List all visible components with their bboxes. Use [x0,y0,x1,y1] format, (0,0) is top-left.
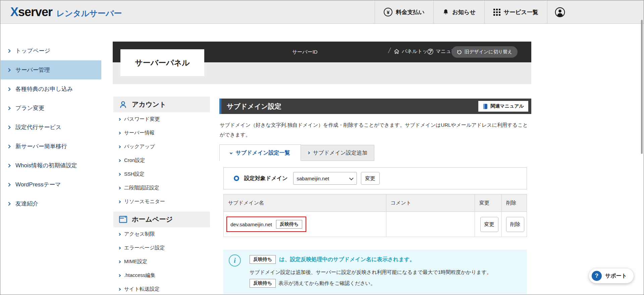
chevron-right-icon [118,131,121,134]
chevron-right-icon [118,274,121,277]
table-header-row: サブドメイン名 コメント 変更 削除 [224,194,527,212]
panel-item-htaccess[interactable]: .htaccess編集 [113,269,210,282]
info-notice-box: i 反映待ち は、設定反映処理中のサブドメイン名に表示されます。 サブドメイン設… [223,250,527,294]
browser-icon [119,216,127,224]
chevron-right-icon [307,152,310,154]
chevron-right-icon [118,200,121,203]
top-nav: ¥ 料金支払い お知らせ サービス一覧 [375,0,573,24]
book-icon [483,104,488,109]
chevron-right-icon [118,145,121,148]
server-panel-logo: サーバーパネル [120,49,204,76]
domain-change-button[interactable]: 変更 [361,172,380,185]
pending-status-badge: 反映待ち [276,220,302,229]
related-manual-button[interactable]: 関連マニュアル [478,101,528,112]
account-menu-button[interactable] [547,0,573,24]
panel-item-mime[interactable]: MIME設定 [113,255,210,269]
panel-item-cron[interactable]: Cron設定 [113,154,210,167]
sidebar-item-plan-change[interactable]: プラン変更 [1,99,101,118]
chevron-right-icon [7,125,10,129]
sidebar-item-benefits[interactable]: 各種特典のお申し込み [1,79,101,99]
chevron-right-icon [7,164,10,167]
support-button[interactable]: ? サポート [589,269,634,283]
question-circle-icon: ? [592,271,602,281]
news-menu-item[interactable]: お知らせ [433,0,484,24]
panel-item-server-info[interactable]: サーバー情報 [113,126,210,140]
panel-sidebar: アカウント パスワード変更 サーバー情報 バックアップ Cron設定 [113,97,210,295]
panel-item-label: .htaccess編集 [124,272,155,279]
switch-old-design-button[interactable]: 旧デザインに切り替え [451,46,518,58]
breadcrumb-separator: / [387,46,391,55]
bell-icon [442,8,449,16]
sidebar-item-top-page[interactable]: トップページ [1,41,101,60]
payment-label: 料金支払い [396,8,424,16]
logo-server: server [18,5,52,19]
server-panel-page: Xserver レンタルサーバー ¥ 料金支払い お知らせ [0,0,644,295]
related-manual-label: 関連マニュアル [490,103,524,109]
subdomain-table: サブドメイン名 コメント 変更 削除 dev.sabameijin.net 反映… [223,194,527,237]
vertical-scrollbar-thumb[interactable] [641,20,643,154]
services-menu-item[interactable]: サービス一覧 [484,0,547,24]
section-divider [113,209,210,212]
panel-item-password-change[interactable]: パスワード変更 [113,112,210,126]
account-section-header: アカウント [113,97,210,112]
panel-item-two-factor[interactable]: 二段階認証設定 [113,181,210,195]
tab-label: サブドメイン設定一覧 [235,150,290,157]
sidebar-item-referral[interactable]: 友達紹介 [1,194,101,213]
panel-top-link[interactable]: パネルトップ [394,48,433,55]
row-change-button[interactable]: 変更 [480,217,498,232]
chevron-right-icon [118,118,121,120]
header-comment: コメント [386,194,475,212]
sidebar-item-setup-agency[interactable]: 設定代行サービス [1,118,101,137]
chevron-right-icon [118,260,121,263]
switch-refresh-icon [457,50,462,55]
info-line-2: サブドメイン設定は追加後、サーバーに設定が反映され利用可能になるまで最大で1時間… [250,268,520,276]
question-circle-icon: ? [427,49,433,55]
chevron-right-icon [7,144,10,148]
chevron-right-icon [118,159,121,162]
chevron-down-icon [230,152,232,154]
pending-status-badge: 反映待ち [250,255,276,264]
homepage-section-title: ホームページ [132,215,173,224]
info-line-3-text: 表示が消えてから動作をご確認ください。 [278,280,375,287]
account-icon [555,7,565,17]
chevron-right-icon [7,183,10,186]
sidebar-item-wordpress-theme[interactable]: WordPressテーマ [1,175,101,194]
header-delete: 削除 [502,194,527,212]
panel-item-ssh[interactable]: SSH設定 [113,167,210,181]
header-change: 変更 [475,194,502,212]
sidebar-item-label: プラン変更 [15,104,44,112]
change-cell: 変更 [475,212,502,237]
sidebar-item-label: トップページ [15,47,50,55]
target-domain-label: 設定対象ドメイン [244,175,288,182]
switch-old-design-label: 旧デザインに切り替え [465,49,512,55]
panel-item-site-redirect[interactable]: サイト転送設定 [113,282,210,295]
payment-menu-item[interactable]: ¥ 料金支払い [375,0,433,24]
home-icon [394,49,399,54]
domain-select[interactable]: sabameijin.net [293,172,357,185]
logo-rental-server: レンタルサーバー [56,8,122,19]
server-panel-logo-text: サーバーパネル [135,58,190,68]
header-subdomain-name: サブドメイン名 [224,194,386,212]
chevron-right-icon [7,49,10,53]
sidebar-item-server-management[interactable]: サーバー管理 [1,60,101,79]
radio-bullet-icon [234,176,239,181]
panel-item-backup[interactable]: バックアップ [113,140,210,154]
server-id-label: サーバーID [292,49,318,55]
sidebar-item-server-migration[interactable]: 新サーバー簡単移行 [1,137,101,156]
chevron-right-icon [118,288,121,290]
panel-item-label: リソースモニター [124,198,165,205]
tab-subdomain-add[interactable]: サブドメイン設定追加 [301,145,374,161]
panel-item-access-restriction[interactable]: アクセス制限 [113,227,210,241]
chevron-right-icon [7,87,10,91]
comment-cell [386,212,475,237]
page-title-bar: サブドメイン設定 関連マニュアル [219,99,531,114]
sidebar-item-whois-defaults[interactable]: Whois情報の初期値設定 [1,156,101,175]
panel-item-resource-monitor[interactable]: リソースモニター [113,195,210,209]
news-label: お知らせ [452,8,476,16]
panel-item-label: アクセス制限 [124,231,155,237]
chevron-right-icon [118,246,121,249]
panel-item-error-page[interactable]: エラーページ設定 [113,241,210,255]
row-delete-button[interactable]: 削除 [506,217,524,232]
sidebar-item-label: 新サーバー簡単移行 [15,142,67,150]
tab-subdomain-list[interactable]: サブドメイン設定一覧 [219,144,301,161]
